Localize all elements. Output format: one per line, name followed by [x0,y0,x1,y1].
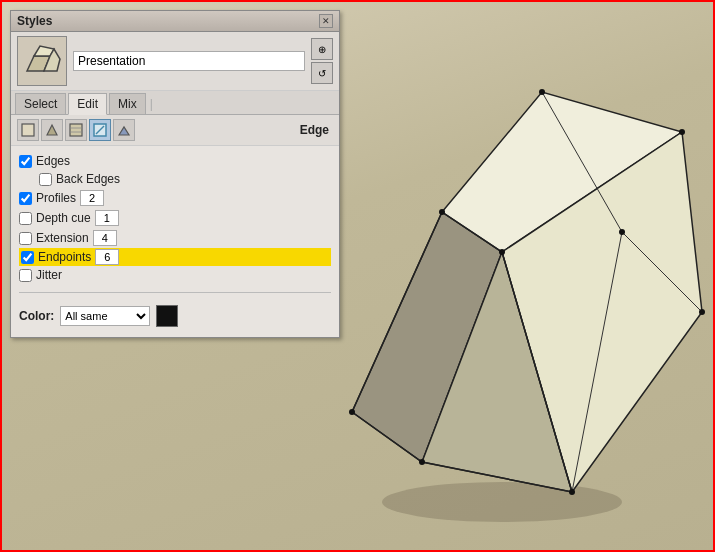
edges-label: Edges [36,154,70,168]
extension-checkbox[interactable] [19,232,32,245]
svg-point-17 [499,249,505,255]
profiles-checkbox[interactable] [19,192,32,205]
refresh-icon: ↺ [318,68,326,79]
style-name-input[interactable] [73,51,305,71]
color-row: Color: All same By material By axis [19,301,331,331]
style-name-area [73,51,305,71]
color-select[interactable]: All same By material By axis [60,306,150,326]
svg-marker-29 [119,127,129,135]
extension-value[interactable] [93,230,117,246]
svg-rect-24 [70,124,82,136]
style-thumbnail [17,36,67,86]
tab-separator: | [148,97,155,111]
depth-cue-row: Depth cue [19,208,331,228]
endpoints-label: Endpoints [38,250,91,264]
update-style-button[interactable]: ↺ [311,62,333,84]
add-icon: ⊕ [318,44,326,55]
svg-point-18 [619,229,625,235]
svg-point-12 [679,129,685,135]
separator [19,292,331,293]
jitter-checkbox[interactable] [19,269,32,282]
style-preview-row: ⊕ ↺ [11,32,339,91]
style-buttons: ⊕ ↺ [311,38,333,84]
toolbar-icon-display[interactable] [113,119,135,141]
back-edges-checkbox[interactable] [39,173,52,186]
endpoints-row: Endpoints [19,248,331,266]
extension-label: Extension [36,231,89,245]
edges-row: Edges [19,152,331,170]
jitter-label: Jitter [36,268,62,282]
back-edges-row: Back Edges [39,170,331,188]
edge-label: Edge [300,123,333,137]
svg-point-13 [699,309,705,315]
extension-row: Extension [19,228,331,248]
profiles-label: Profiles [36,191,76,205]
tabs-row: Select Edit Mix | [11,91,339,115]
toolbar-icon-face[interactable] [17,119,39,141]
tab-select[interactable]: Select [15,93,66,114]
toolbar-icon-texture[interactable] [65,119,87,141]
color-swatch[interactable] [156,305,178,327]
tab-edit[interactable]: Edit [68,93,107,115]
edges-checkbox[interactable] [19,155,32,168]
svg-point-16 [349,409,355,415]
options-area: Edges Back Edges Profiles Depth cue Exte… [11,146,339,337]
create-style-button[interactable]: ⊕ [311,38,333,60]
endpoints-checkbox[interactable] [21,251,34,264]
close-icon: ✕ [322,16,330,26]
3d-box-svg [342,32,712,542]
endpoints-value[interactable] [95,249,119,265]
toolbar-icon-edge[interactable] [89,119,111,141]
depth-cue-value[interactable] [95,210,119,226]
jitter-row: Jitter [19,266,331,284]
close-button[interactable]: ✕ [319,14,333,28]
panel-titlebar: Styles ✕ [11,11,339,32]
svg-point-11 [539,89,545,95]
depth-cue-checkbox[interactable] [19,212,32,225]
svg-point-0 [382,482,622,522]
toolbar-icons-left [17,119,135,141]
panel-title: Styles [17,14,52,28]
toolbar-icon-back[interactable] [41,119,63,141]
svg-point-15 [419,459,425,465]
profiles-value[interactable] [80,190,104,206]
svg-rect-22 [22,124,34,136]
depth-cue-label: Depth cue [36,211,91,225]
svg-point-14 [569,489,575,495]
tab-mix[interactable]: Mix [109,93,146,114]
styles-panel: Styles ✕ ⊕ ↺ Select [10,10,340,338]
icon-toolbar: Edge [11,115,339,146]
color-label: Color: [19,309,54,323]
thumbnail-icon [22,41,62,81]
profiles-row: Profiles [19,188,331,208]
svg-marker-23 [47,125,57,135]
back-edges-label: Back Edges [56,172,120,186]
svg-point-10 [439,209,445,215]
